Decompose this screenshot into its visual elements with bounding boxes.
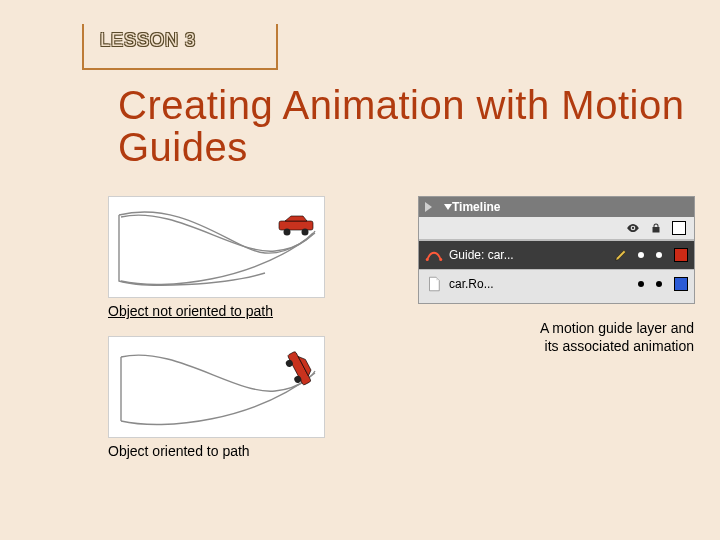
svg-point-6 (632, 227, 634, 229)
layer-animation[interactable]: car.Ro... (419, 269, 694, 298)
dropdown-icon[interactable] (444, 204, 452, 210)
svg-point-1 (284, 229, 291, 236)
car-icon (283, 351, 313, 387)
svg-point-2 (302, 229, 309, 236)
caption-not-oriented: Object not oriented to path (108, 303, 273, 319)
layer-guide[interactable]: Guide: car... (419, 240, 694, 269)
car-icon (277, 215, 317, 237)
visibility-dot[interactable] (638, 252, 644, 258)
lock-icon[interactable] (650, 221, 662, 235)
timeline-title: Timeline (452, 200, 500, 214)
layer-header (419, 217, 694, 240)
expand-icon[interactable] (425, 202, 432, 212)
eye-icon[interactable] (626, 221, 640, 235)
layer-name: car.Ro... (449, 277, 632, 291)
timeline-panel: Timeline Guide: car... car.Ro... (418, 196, 695, 304)
svg-rect-0 (279, 221, 313, 230)
outline-toggle[interactable] (672, 221, 686, 235)
figure-not-oriented (108, 196, 325, 298)
timeline-titlebar[interactable]: Timeline (419, 197, 694, 217)
guide-layer-icon (425, 246, 443, 264)
figure-oriented (108, 336, 325, 438)
page-title: Creating Animation with Motion Guides (118, 84, 690, 168)
caption-oriented: Object oriented to path (108, 443, 250, 459)
lock-dot[interactable] (656, 252, 662, 258)
outline-color[interactable] (674, 248, 688, 262)
caption-timeline: A motion guide layer and its associated … (524, 320, 694, 355)
pencil-icon (614, 248, 628, 262)
svg-point-8 (439, 258, 442, 261)
page-layer-icon (425, 275, 443, 293)
visibility-dot[interactable] (638, 281, 644, 287)
svg-point-7 (426, 258, 429, 261)
lock-dot[interactable] (656, 281, 662, 287)
outline-color[interactable] (674, 277, 688, 291)
lesson-label: LESSON 3 (100, 30, 196, 51)
layer-name: Guide: car... (449, 248, 610, 262)
